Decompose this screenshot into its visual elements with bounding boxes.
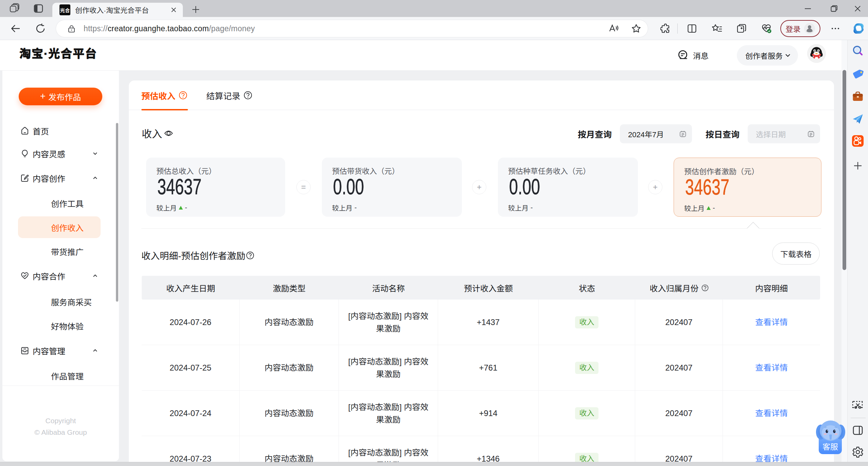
day-picker[interactable]: 选择日期 (748, 124, 820, 143)
cell-type-text: 内容动态激励 (265, 407, 314, 419)
sidebar-item-content-management[interactable]: 内容管理 (2, 342, 119, 359)
favorites-list-icon[interactable] (710, 17, 725, 40)
copilot-icon[interactable] (851, 17, 866, 40)
sidebar-shopping-icon[interactable] (851, 68, 864, 80)
sidebar-item-sales-promotion[interactable]: 带货推广 (2, 243, 119, 260)
refresh-icon[interactable] (34, 17, 47, 40)
stat-compare: 较上月- (332, 203, 357, 213)
column-header-label: 预计收入金额 (464, 282, 513, 294)
new-tab-button[interactable] (189, 3, 203, 16)
sidebar-search-icon[interactable] (851, 44, 864, 57)
sidebar-panel-icon[interactable] (852, 424, 864, 436)
cell-type: 内容动态激励 (240, 391, 339, 436)
column-header-label: 内容明细 (755, 282, 788, 294)
signin-button[interactable]: 登录 (780, 20, 820, 37)
favorite-star-icon[interactable] (629, 20, 644, 37)
extensions-icon[interactable] (658, 17, 673, 40)
sidebar-item-creation-income[interactable]: 创作收入 (2, 219, 119, 236)
publish-label: 发布作品 (48, 91, 81, 103)
sidebar-item-content-cooperation[interactable]: 内容合作 (2, 267, 119, 284)
back-icon[interactable] (9, 17, 22, 40)
chevron-down-icon (785, 53, 791, 57)
operator-equals: = (296, 180, 311, 194)
settings-more-icon[interactable] (828, 17, 843, 40)
column-header: 收入产生日期 (142, 282, 240, 294)
creator-service-label: 创作者服务 (745, 50, 783, 61)
window-minimize-button[interactable] (795, 0, 821, 17)
cell-amount-text: +914 (479, 407, 497, 419)
view-details-link[interactable]: 查看详情 (755, 407, 788, 419)
sidebar-item-works-management[interactable]: 作品管理 (2, 367, 119, 384)
user-avatar[interactable] (807, 44, 826, 63)
tab-estimated-income[interactable]: 预估收入 (141, 80, 187, 110)
cell-amount: +1346 (438, 436, 539, 466)
collections-icon[interactable] (734, 17, 749, 40)
help-icon[interactable] (179, 91, 187, 100)
view-details-link[interactable]: 查看详情 (755, 316, 788, 328)
messages-button[interactable]: 消息 (677, 40, 709, 71)
month-picker[interactable]: 2024年7月 (620, 124, 692, 143)
sidebar-kuaishou-icon[interactable] (851, 135, 864, 147)
read-aloud-icon[interactable] (606, 20, 621, 37)
plus-icon: + (40, 91, 46, 101)
profile-icon (804, 23, 815, 34)
sidebar-copyright: Copyright © Alibaba Group (2, 386, 119, 438)
site-logo[interactable]: 淘宝·光合平台 (19, 44, 97, 61)
sidebar-item-service-provider-purchase[interactable]: 服务商采买 (2, 293, 119, 310)
page-scrollbar[interactable] (841, 40, 847, 466)
calendar-icon (807, 130, 815, 138)
copyright-line2: © Alibaba Group (2, 427, 119, 438)
tab-close-icon[interactable] (169, 5, 178, 14)
sidebar-send-icon[interactable] (851, 112, 864, 125)
status-badge: 收入 (575, 407, 598, 419)
browser-essentials-icon[interactable] (759, 17, 774, 40)
chevron-icon (92, 151, 98, 156)
tab-settlement-records[interactable]: 结算记录 (206, 80, 252, 110)
customer-service-widget[interactable]: 客服 (815, 418, 846, 456)
window-bottom-edge (0, 462, 868, 466)
sidebar-item-content-creation[interactable]: 内容创作 (2, 169, 119, 186)
column-header-label: 收入产生日期 (166, 282, 215, 294)
view-details-link[interactable]: 查看详情 (755, 361, 788, 374)
cell-amount-text: +1437 (477, 316, 500, 328)
sidebar: + 发布作品 首页 内容灵感 内容创作 创作工具 创作收入 带货推广 内容合作 … (2, 71, 119, 461)
cell-status: 收入 (539, 345, 635, 390)
cell-activity: [内容动态激励] 内容效果激励 (339, 391, 438, 436)
page-scrollbar-thumb[interactable] (843, 70, 846, 270)
sidebar-add-icon[interactable] (853, 161, 863, 171)
help-icon[interactable] (701, 284, 709, 291)
help-icon[interactable] (244, 91, 252, 100)
tab-actions-icon[interactable] (32, 0, 45, 17)
sidebar-briefcase-icon[interactable] (852, 90, 864, 103)
sidebar-item-creation-tools[interactable]: 创作工具 (2, 195, 119, 212)
window-restore-button[interactable] (821, 0, 847, 17)
publish-button[interactable]: + 发布作品 (19, 88, 102, 105)
compare-label: 较上月 (508, 203, 528, 213)
split-screen-icon[interactable] (684, 17, 699, 40)
url-bar[interactable]: https://creator.guanghe.taobao.com/page/… (56, 20, 648, 37)
cell-activity-text: [内容动态激励] 内容效果激励 (347, 310, 430, 335)
workspaces-icon[interactable] (8, 0, 21, 17)
sidebar-settings-icon[interactable] (851, 446, 864, 459)
eye-icon[interactable] (164, 130, 173, 137)
sidebar-item-label: 服务商采买 (51, 296, 92, 308)
sidebar-item-content-inspiration[interactable]: 内容灵感 (2, 145, 119, 162)
cell-amount: +761 (438, 345, 539, 390)
column-header: 状态 (539, 282, 635, 294)
sidebar-screenshot-icon[interactable] (851, 398, 864, 411)
creator-service-dropdown[interactable]: 创作者服务 (737, 45, 798, 66)
download-table-button[interactable]: 下载表格 (772, 243, 820, 265)
cell-month: 202407 (635, 391, 723, 436)
help-icon[interactable] (246, 251, 254, 259)
heart-icon (20, 271, 29, 280)
message-icon (677, 50, 689, 61)
chevron-icon (92, 273, 98, 279)
sidebar-item-home[interactable]: 首页 (2, 122, 119, 139)
cell-date-text: 2024-07-25 (170, 361, 211, 374)
sidebar-scrollbar[interactable] (116, 123, 118, 302)
window-close-button[interactable] (847, 0, 868, 17)
sidebar-item-good-things-experience[interactable]: 好物体验 (2, 317, 119, 334)
browser-tab[interactable]: 光合 创作收入·淘宝光合平台 (52, 3, 183, 17)
table-header: 收入产生日期 激励类型 活动名称 预计收入金额 状态 收入归属月份 内容明细 (142, 276, 820, 300)
url-domain: creator.guanghe.taobao.com (108, 24, 209, 33)
